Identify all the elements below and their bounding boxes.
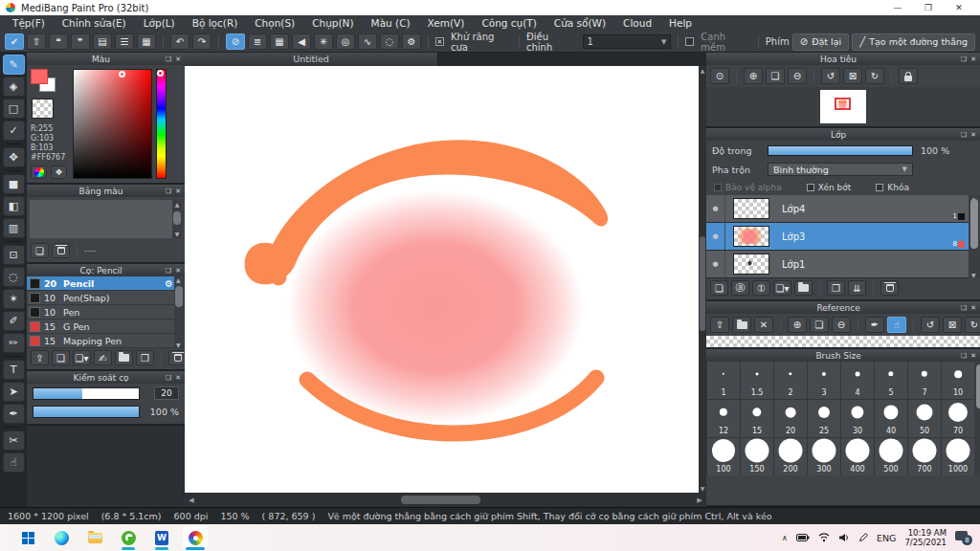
blend-select[interactable]: Bình thường ▼ xyxy=(768,163,913,176)
ref-zoom-in-icon[interactable]: ⊕ xyxy=(788,317,807,333)
brush-list-item[interactable]: 20Pencil⚙ xyxy=(27,276,185,291)
ref-rotate-right-icon[interactable]: ↻ xyxy=(965,317,980,333)
restore-button[interactable]: ❐ xyxy=(913,3,944,12)
close-button[interactable]: ✕ xyxy=(944,3,974,12)
rotate-reset-icon[interactable]: ⊠ xyxy=(843,68,862,84)
brush-size-option[interactable]: 500 xyxy=(875,438,907,475)
brush-list-item[interactable]: 15Mapping Pen xyxy=(27,334,185,348)
add-layer-icon[interactable]: ❏ xyxy=(710,280,728,296)
brush-size-option[interactable]: 12 xyxy=(707,400,740,437)
select-eraser-tool[interactable]: ✏ xyxy=(3,333,25,353)
brush-size-option[interactable]: 7 xyxy=(908,362,941,399)
brush-size-option[interactable]: 5 xyxy=(875,362,907,399)
menu-item[interactable]: Chỉnh sửa(E) xyxy=(54,15,135,32)
add-brush-menu-icon[interactable]: ❏▾ xyxy=(73,350,91,365)
popout-icon[interactable]: ❏ xyxy=(166,267,171,275)
edge-app-button[interactable] xyxy=(49,525,74,550)
snap-radial-icon[interactable]: ✳ xyxy=(314,33,333,50)
transparent-color-swatch[interactable] xyxy=(32,99,54,119)
brush-size-option[interactable]: 2 xyxy=(774,362,807,399)
rotate-right-icon[interactable]: ↻ xyxy=(865,68,884,84)
duplicate-layer-icon[interactable]: ❐ xyxy=(827,280,845,296)
hscroll-thumb[interactable] xyxy=(401,496,480,504)
cloud-save-icon[interactable]: ✔ xyxy=(5,33,24,50)
delete-palette-icon[interactable] xyxy=(52,243,70,258)
brush-size-slider[interactable] xyxy=(33,387,140,400)
scroll-left-arrow[interactable]: ◀ xyxy=(187,496,196,504)
close-icon[interactable]: ✕ xyxy=(175,267,181,275)
layer-visibility-toggle[interactable]: ● xyxy=(706,223,725,250)
rotate-left-icon[interactable]: ↺ xyxy=(821,68,840,84)
brush-list-item[interactable]: 10Pen xyxy=(27,305,185,320)
brush-size-option[interactable]: 1 xyxy=(707,362,740,399)
zoom-out-icon[interactable]: ⊖ xyxy=(788,68,807,84)
snap-vanishing-icon[interactable]: ◀ xyxy=(292,33,311,50)
close-icon[interactable]: ✕ xyxy=(175,374,181,382)
popout-icon[interactable]: ❏ xyxy=(166,187,171,195)
brush-size-option[interactable]: 400 xyxy=(841,438,874,475)
lasso-tool[interactable]: ◌ xyxy=(3,267,25,287)
operation-tool[interactable]: ➤ xyxy=(3,382,25,402)
text-tool[interactable]: T xyxy=(3,360,25,380)
menu-item[interactable]: Xem(V) xyxy=(419,15,474,32)
reset-button[interactable]: ⊘ Đặt lại xyxy=(792,33,849,51)
brush-size-scrollbar[interactable]: ▲ xyxy=(974,362,980,475)
minimize-button[interactable]: — xyxy=(882,3,913,12)
brush-size-option[interactable]: 700 xyxy=(908,438,941,475)
brush-list-scrollbar[interactable]: ▲ ▼ xyxy=(174,276,185,348)
menu-item[interactable]: Chọn(S) xyxy=(246,15,303,32)
brush-opacity-slider[interactable] xyxy=(33,406,140,418)
move-tool[interactable]: ✥ xyxy=(3,147,25,167)
palette-area[interactable]: ▲▼ xyxy=(30,200,182,238)
add-1bit-layer-icon[interactable]: ① xyxy=(752,280,770,296)
zoom-in-icon[interactable]: ⊕ xyxy=(744,68,763,84)
canvas-vertical-scrollbar[interactable]: ▲ ▼ xyxy=(699,66,706,493)
brush-folder-icon[interactable] xyxy=(115,350,133,365)
eraser-tool[interactable]: ◈ xyxy=(3,77,25,97)
duplicate-brush-icon[interactable]: ❐ xyxy=(136,350,154,365)
layer-item[interactable]: ●Lớp38⚙ xyxy=(706,223,980,251)
gear-icon[interactable]: ⚙ xyxy=(165,278,173,289)
color-set-icon[interactable]: ❖ xyxy=(51,165,67,179)
brush-size-option[interactable]: 150 xyxy=(741,438,773,475)
brush-tool[interactable]: ✎ xyxy=(3,55,25,75)
layer-option-checkbox[interactable]: Xén bớt xyxy=(807,183,852,192)
popout-icon[interactable]: ❏ xyxy=(166,374,171,382)
snap-grid-icon[interactable]: ▦ xyxy=(270,33,289,50)
layer-list-scrollbar[interactable]: ▲ ▼ xyxy=(969,195,980,278)
start-button[interactable] xyxy=(15,525,40,550)
brush-size-option[interactable]: 200 xyxy=(774,438,807,475)
popout-icon[interactable]: ❏ xyxy=(961,352,967,360)
brush-size-option[interactable]: 30 xyxy=(841,400,874,437)
dot-tool[interactable]: □ xyxy=(3,99,25,119)
menu-item[interactable]: Cloud xyxy=(614,15,660,32)
popout-icon[interactable]: ❏ xyxy=(961,55,967,63)
reference-area[interactable] xyxy=(706,336,980,347)
eyedropper-tool[interactable]: ✒ xyxy=(3,404,25,424)
menu-item[interactable]: Lớp(L) xyxy=(135,15,184,32)
snap-concentric-icon[interactable]: ◎ xyxy=(336,33,355,50)
canvas-horizontal-scrollbar[interactable]: ◀ ▶ xyxy=(185,493,706,507)
wifi-icon[interactable] xyxy=(818,533,830,542)
brush-cloud-icon[interactable]: ⇪ xyxy=(31,350,49,365)
new-brush-icon[interactable]: ❏ xyxy=(52,350,70,365)
volume-icon[interactable] xyxy=(838,533,850,542)
brush-size-value[interactable]: 20 xyxy=(154,386,179,400)
menu-item[interactable]: Chụp(N) xyxy=(303,15,362,32)
ref-eyedropper-icon[interactable]: ✒ xyxy=(865,317,884,333)
layer-folder-icon[interactable] xyxy=(794,280,813,296)
add-8bit-layer-icon[interactable]: ⓐ xyxy=(731,280,749,296)
select-tool[interactable]: ⊡ xyxy=(3,245,25,265)
brush-size-option[interactable]: 70 xyxy=(942,400,974,437)
divide-tool[interactable]: ✂ xyxy=(3,430,25,451)
select-pen-tool[interactable]: ✐ xyxy=(3,311,25,331)
close-icon[interactable]: ✕ xyxy=(175,55,181,63)
merge-layer-icon[interactable]: ⇊ xyxy=(848,280,866,296)
brush-size-option[interactable]: 1.5 xyxy=(741,362,773,399)
zoom-actual-icon[interactable]: ⊙ xyxy=(710,68,729,84)
brush-size-option[interactable]: 50 xyxy=(908,400,941,437)
popout-icon[interactable]: ❏ xyxy=(961,304,967,312)
canvas[interactable] xyxy=(185,66,699,493)
bucket-tool[interactable]: ◧ xyxy=(3,196,25,216)
close-icon[interactable]: ✕ xyxy=(970,352,976,360)
